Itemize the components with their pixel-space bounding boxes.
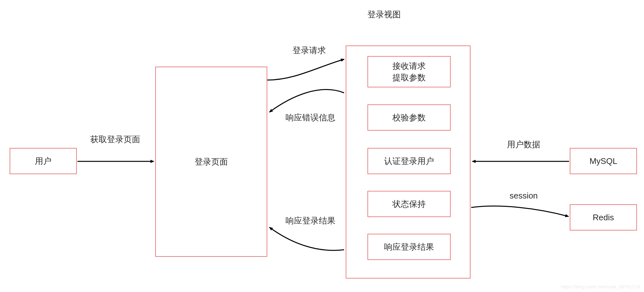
edge-get-login-page-label: 获取登录页面 — [83, 134, 147, 145]
node-step-receive: 接收请求 提取参数 — [367, 56, 451, 87]
edge-login-request-label: 登录请求 — [284, 45, 335, 56]
edge-session-label: session — [498, 191, 549, 201]
diagram-title: 登录视图 — [352, 9, 416, 20]
edge-resp-error-label: 响应错误信息 — [278, 112, 342, 123]
node-step-response: 响应登录结果 — [367, 234, 451, 260]
node-step-state-label: 状态保持 — [392, 198, 426, 210]
node-step-receive-label: 接收请求 提取参数 — [392, 60, 426, 84]
edge-resp-error-arrow — [270, 90, 344, 112]
edge-login-request-arrow — [267, 59, 344, 80]
node-step-validate-label: 校验参数 — [392, 112, 426, 123]
node-step-auth: 认证登录用户 — [367, 148, 451, 174]
node-user-label: 用户 — [35, 155, 52, 167]
edge-user-data-label: 用户数据 — [498, 139, 549, 150]
edge-resp-result-arrow — [270, 227, 344, 250]
node-step-validate: 校验参数 — [367, 104, 451, 131]
node-mysql-label: MySQL — [590, 155, 617, 167]
watermark: https://blog.csdn.net/sinat_38?51218 — [561, 284, 640, 289]
node-user: 用户 — [10, 148, 77, 174]
node-step-state: 状态保持 — [367, 191, 451, 217]
node-login-page-label: 登录页面 — [195, 156, 228, 167]
edge-session-arrow — [471, 206, 568, 216]
node-redis: Redis — [570, 204, 637, 231]
node-mysql: MySQL — [570, 148, 637, 174]
node-redis-label: Redis — [593, 212, 614, 223]
edge-resp-result-label: 响应登录结果 — [278, 215, 342, 226]
node-step-response-label: 响应登录结果 — [384, 241, 434, 253]
node-step-auth-label: 认证登录用户 — [384, 155, 434, 167]
node-login-page: 登录页面 — [155, 67, 267, 257]
